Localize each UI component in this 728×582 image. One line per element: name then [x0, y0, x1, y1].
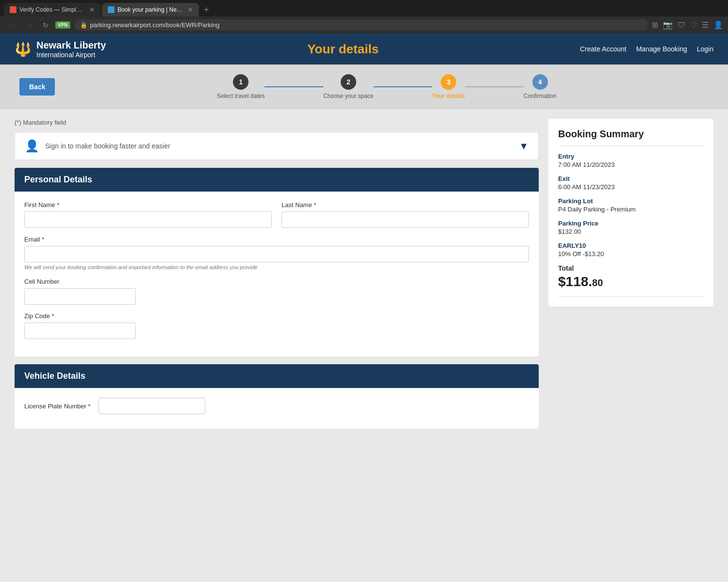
zip-row: Zip Code * [24, 312, 529, 339]
tab-booking[interactable]: Book your parking | New... ✕ [102, 3, 199, 16]
manage-booking-link[interactable]: Manage Booking [636, 45, 687, 53]
zip-label: Zip Code * [24, 312, 529, 320]
shield-icon[interactable]: 🛡 [678, 21, 685, 30]
zip-input[interactable] [24, 323, 136, 339]
email-required: * [42, 236, 44, 243]
camera-icon[interactable]: 📷 [663, 20, 673, 30]
step-1: 1 Select travel dates [217, 74, 265, 99]
signin-dropdown-icon[interactable]: ▼ [519, 141, 529, 152]
exit-value: 6:00 AM 11/23/2023 [558, 183, 704, 191]
step-2: 2 Choose your space [323, 74, 373, 99]
browser-chrome: Verify Codes — SimplyCo... ✕ Book your p… [0, 0, 728, 33]
url-text: parking.newarkairport.com/book/EWR/Parki… [90, 21, 642, 29]
form-section: (*) Mandatory field 👤 Sign in to make bo… [15, 119, 539, 436]
personal-details-body: First Name * Last Name * [15, 192, 539, 356]
cell-row: Cell Number [24, 278, 529, 305]
logo-icon: 🔱 [15, 41, 32, 57]
first-name-input[interactable] [24, 211, 272, 228]
parking-lot-value: P4 Daily Parking - Premium [558, 206, 704, 213]
step-circle-2: 2 [341, 74, 356, 90]
toolbar-icons: ⊞ 📷 🛡 ♡ ☰ 👤 [652, 20, 723, 30]
total-cents: 80 [592, 277, 603, 288]
connector-3-4 [465, 86, 524, 87]
cell-input[interactable] [24, 288, 136, 305]
back-button[interactable]: Back [19, 78, 55, 96]
menu-icon[interactable]: ☰ [702, 20, 709, 30]
last-name-group: Last Name * [281, 201, 529, 228]
connector-2-3 [374, 86, 432, 87]
tab-title-booking: Book your parking | New... [117, 6, 182, 13]
tab-close-verify[interactable]: ✕ [89, 6, 95, 14]
signin-inner: 👤 Sign in to make booking faster and eas… [25, 139, 170, 153]
mandatory-note: (*) Mandatory field [15, 119, 539, 126]
step-label-4: Confirmation [524, 93, 557, 99]
heart-icon[interactable]: ♡ [690, 20, 697, 30]
discount-value: 10% Off -$13.20 [558, 250, 704, 258]
license-label: License Plate Number * [24, 403, 91, 410]
login-link[interactable]: Login [697, 45, 713, 53]
connector-1-2 [265, 86, 323, 87]
back-nav-button[interactable]: ← [5, 20, 18, 31]
total-dollars: $118 [558, 274, 588, 289]
vehicle-details-header: Vehicle Details [15, 364, 539, 388]
summary-title: Booking Summary [558, 129, 704, 140]
exit-label: Exit [558, 175, 704, 182]
exit-row: Exit 6:00 AM 11/23/2023 [558, 175, 704, 191]
step-label-1: Select travel dates [217, 93, 265, 99]
zip-group: Zip Code * [24, 312, 529, 339]
entry-row: Entry 7:00 AM 11/20/2023 [558, 153, 704, 168]
vehicle-details-section: Vehicle Details License Plate Number * [15, 364, 539, 429]
vehicle-details-body: License Plate Number * [15, 388, 539, 429]
logo-sub: International Airport [36, 51, 106, 59]
progress-steps: 1 Select travel dates 2 Choose your spac… [217, 74, 557, 99]
address-bar[interactable]: 🔒 parking.newarkairport.com/book/EWR/Par… [74, 19, 648, 31]
account-icon[interactable]: 👤 [713, 20, 723, 30]
step-circle-1: 1 [233, 74, 248, 90]
entry-value: 7:00 AM 11/20/2023 [558, 161, 704, 168]
step-circle-3: 3 [441, 74, 456, 90]
last-name-required: * [314, 201, 316, 209]
license-plate-input[interactable] [99, 398, 205, 414]
summary-bottom-divider [558, 296, 704, 297]
refresh-button[interactable]: ↻ [40, 20, 51, 30]
discount-label: EARLY10 [558, 242, 704, 249]
main-content: (*) Mandatory field 👤 Sign in to make bo… [0, 109, 728, 446]
discount-row: EARLY10 10% Off -$13.20 [558, 242, 704, 258]
browser-tabs: Verify Codes — SimplyCo... ✕ Book your p… [0, 0, 728, 16]
first-name-group: First Name * [24, 201, 272, 228]
total-label: Total [558, 264, 704, 272]
logo-text: Newark Liberty International Airport [36, 39, 106, 59]
extensions-icon[interactable]: ⊞ [652, 20, 658, 30]
first-name-label: First Name * [24, 201, 272, 209]
email-helper: We will send your booking confirmation a… [24, 264, 529, 270]
tab-close-booking[interactable]: ✕ [187, 6, 193, 14]
name-row: First Name * Last Name * [24, 201, 529, 228]
user-icon: 👤 [25, 139, 39, 153]
license-row: License Plate Number * [24, 398, 529, 414]
signin-text: Sign in to make booking faster and easie… [45, 142, 170, 150]
parking-price-label: Parking Price [558, 220, 704, 227]
vehicle-details-title: Vehicle Details [24, 371, 529, 381]
forward-nav-button[interactable]: → [22, 20, 36, 31]
new-tab-button[interactable]: + [200, 5, 213, 15]
email-label: Email * [24, 236, 529, 243]
tab-favicon-verify [10, 6, 17, 13]
tab-verify[interactable]: Verify Codes — SimplyCo... ✕ [4, 3, 101, 16]
create-account-link[interactable]: Create Account [580, 45, 627, 53]
page-title: Your details [106, 42, 580, 57]
license-required: * [88, 403, 91, 410]
progress-section: Back 1 Select travel dates 2 Choose your… [0, 65, 728, 109]
personal-details-header: Personal Details [15, 168, 539, 192]
cell-label: Cell Number [24, 278, 529, 285]
signin-panel[interactable]: 👤 Sign in to make booking faster and eas… [15, 132, 539, 160]
personal-details-section: Personal Details First Name * Last Name [15, 168, 539, 356]
parking-price-row: Parking Price $132.00 [558, 220, 704, 235]
email-input[interactable] [24, 246, 529, 262]
first-name-required: * [57, 201, 59, 209]
vpn-badge: VPN [55, 21, 70, 29]
last-name-input[interactable] [281, 211, 529, 228]
step-label-3: Your details [432, 93, 465, 99]
zip-required: * [51, 312, 54, 320]
entry-label: Entry [558, 153, 704, 160]
parking-lot-label: Parking Lot [558, 197, 704, 205]
